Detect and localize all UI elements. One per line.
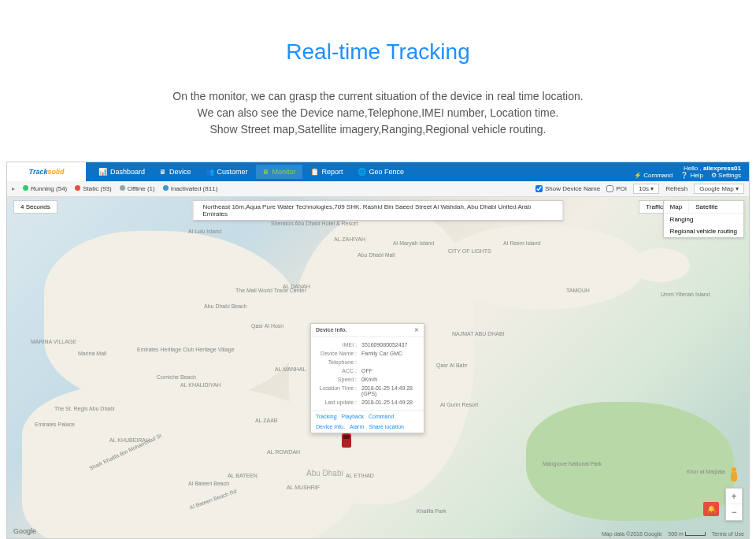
map-type-controls: Map Satellite Ranging Regional vehicle r… <box>663 200 744 238</box>
top-right-controls: Hello , aliexpress01 ⚡ Command ❔ Help ⚙ … <box>634 165 749 179</box>
logo[interactable]: Tracksolid <box>7 162 86 181</box>
hero-line-3: Show Street map,Satellite imagery,Rangin… <box>63 121 693 138</box>
map-attribution: Map data ©2018 Google 500 m Terms of Use <box>602 531 744 537</box>
imei-label: IMEI : <box>316 342 361 348</box>
status-filters: Running (54) Static (93) Offline (1) Ina… <box>23 185 217 192</box>
map-provider-select[interactable]: Google Map ▾ <box>694 184 744 194</box>
zoom-out-button[interactable]: − <box>726 504 742 520</box>
device-info-popup: Device Info. ✕ IMEI :351609080052437 Dev… <box>310 323 424 433</box>
user-greeting: Hello , <box>684 165 702 172</box>
show-device-name-checkbox[interactable]: Show Device Name <box>536 185 600 192</box>
logo-part2: solid <box>47 168 64 176</box>
map-data-text: Map data ©2018 Google <box>602 531 662 537</box>
terms-link[interactable]: Terms of Use <box>712 531 744 537</box>
nav-geofence[interactable]: 🌐 Geo Fence <box>351 165 411 179</box>
seconds-indicator: 4 Seconds <box>13 200 57 214</box>
map-land <box>44 231 304 402</box>
alert-bell-icon[interactable]: 🔔 <box>703 502 719 516</box>
dot-blue-icon <box>163 185 169 191</box>
last-update-label: Last update : <box>316 400 361 405</box>
address-bar: Northeast 16m,Aqua Pure Water Technologi… <box>193 200 564 221</box>
device-name-value: Family Car GMC <box>361 351 419 356</box>
status-right-controls: Show Device Name POI 10s ▾ Refresh Googl… <box>536 184 744 194</box>
map-view-satellite[interactable]: Satellite <box>689 201 724 213</box>
zoom-in-button[interactable]: + <box>726 489 742 504</box>
hero-line-1: On the monitor, we can grasp the current… <box>63 88 693 105</box>
app-frame: Tracksolid 📊 Dashboard 🖥 Device 👥 Custom… <box>6 162 750 539</box>
playback-link[interactable]: Playback <box>342 414 364 419</box>
zoom-controls: + − <box>725 488 743 521</box>
dot-gray-icon <box>120 185 125 191</box>
hero-title: Real-time Tracking <box>0 0 756 65</box>
map-canvas[interactable]: Al Lulu Island MARINA VILLAGE Marina Mal… <box>7 197 749 538</box>
status-bar: ▸ Running (54) Static (93) Offline (1) I… <box>7 181 749 197</box>
acc-label: ACC : <box>316 368 361 374</box>
dot-green-icon <box>23 185 28 191</box>
telephone-value <box>361 359 419 365</box>
imei-value: 351609080052437 <box>361 342 419 348</box>
popup-title: Device Info. <box>316 327 346 333</box>
vehicle-marker-icon[interactable] <box>342 433 351 448</box>
nav-device[interactable]: 🖥 Device <box>153 165 198 179</box>
map-land <box>630 248 689 282</box>
location-time-label: Location Time : <box>316 385 361 396</box>
filter-offline[interactable]: Offline (1) <box>120 185 155 192</box>
nav-customer[interactable]: 👥 Customer <box>199 165 254 179</box>
user-name: aliexpress01 <box>703 165 741 172</box>
nav-dashboard[interactable]: 📊 Dashboard <box>92 165 151 179</box>
nav-monitor[interactable]: 🖥 Monitor <box>256 165 302 179</box>
help-link[interactable]: ❔ Help <box>680 172 703 179</box>
poi-checkbox[interactable]: POI <box>606 185 627 192</box>
tracking-link[interactable]: Tracking <box>316 414 337 419</box>
map-label: Umm Yifenah Island <box>661 292 710 297</box>
nav-report[interactable]: 📋 Report <box>304 165 350 179</box>
filter-static[interactable]: Static (93) <box>75 185 111 192</box>
dot-red-icon <box>75 185 80 191</box>
hero-description: On the monitor, we can grasp the current… <box>0 65 756 154</box>
logo-part1: Track <box>29 168 48 176</box>
command-link[interactable]: ⚡ Command <box>634 172 673 179</box>
last-update-value: 2018-01-25 14:49:28 <box>361 400 419 405</box>
interval-select[interactable]: 10s ▾ <box>633 184 659 194</box>
collapse-icon[interactable]: ▸ <box>12 185 15 192</box>
popup-close-icon[interactable]: ✕ <box>414 327 419 333</box>
device-info-link[interactable]: Device Info. <box>316 424 345 429</box>
map-scale: 500 m <box>668 531 705 537</box>
filter-running[interactable]: Running (54) <box>23 185 67 192</box>
speed-label: Speed : <box>316 377 361 382</box>
speed-value: 0Km/h <box>361 377 419 382</box>
hero-line-2: We can also see the Device name,Telephon… <box>63 105 693 121</box>
telephone-label: Telephone : <box>316 359 361 365</box>
share-location-link[interactable]: Share location <box>369 424 404 429</box>
device-name-label: Device Name : <box>316 351 361 356</box>
nav-items: 📊 Dashboard 🖥 Device 👥 Customer 🖥 Monito… <box>92 165 410 179</box>
map-ranging[interactable]: Ranging <box>664 214 743 225</box>
alarm-link[interactable]: Alarm <box>350 424 364 429</box>
google-logo: Google <box>13 527 36 535</box>
map-regional-routing[interactable]: Regional vehicle routing <box>664 225 743 237</box>
streetview-pegman-icon[interactable] <box>728 467 739 483</box>
top-nav-bar: Tracksolid 📊 Dashboard 🖥 Device 👥 Custom… <box>7 162 749 181</box>
settings-link[interactable]: ⚙ Settings <box>711 172 741 179</box>
location-time-value: 2018-01-25 14:49:28 (GPS) <box>361 385 419 396</box>
refresh-button[interactable]: Refresh <box>665 185 687 192</box>
map-view-map[interactable]: Map <box>664 201 690 213</box>
command-link[interactable]: Command <box>369 414 394 419</box>
filter-inactivated[interactable]: Inactivated (811) <box>163 185 218 192</box>
map-label: Khalifa Park <box>417 508 447 514</box>
map-land <box>437 225 645 310</box>
acc-value: OFF <box>361 368 419 374</box>
